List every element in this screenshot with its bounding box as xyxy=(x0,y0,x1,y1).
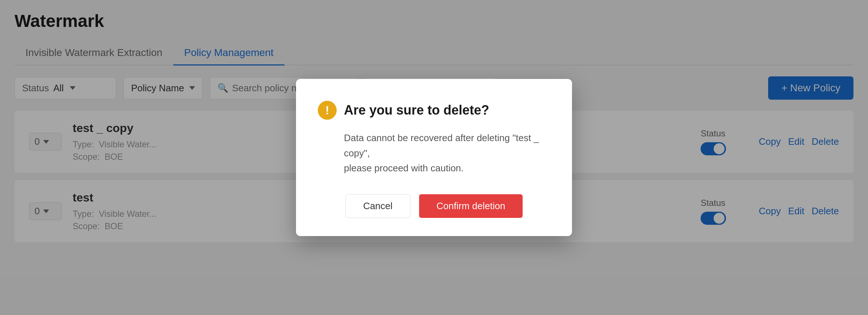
modal-title: Are you sure to delete? xyxy=(344,103,489,118)
cancel-button[interactable]: Cancel xyxy=(345,194,410,218)
modal-actions: Cancel Confirm deletion xyxy=(318,194,550,218)
warning-icon: ! xyxy=(318,101,337,120)
confirm-deletion-button[interactable]: Confirm deletion xyxy=(419,194,523,218)
delete-confirmation-modal: ! Are you sure to delete? Data cannot be… xyxy=(296,79,572,236)
modal-header: ! Are you sure to delete? xyxy=(318,101,550,120)
page-wrapper: Watermark Invisible Watermark Extraction… xyxy=(0,0,868,315)
modal-body: Data cannot be recovered after deleting … xyxy=(318,131,550,176)
